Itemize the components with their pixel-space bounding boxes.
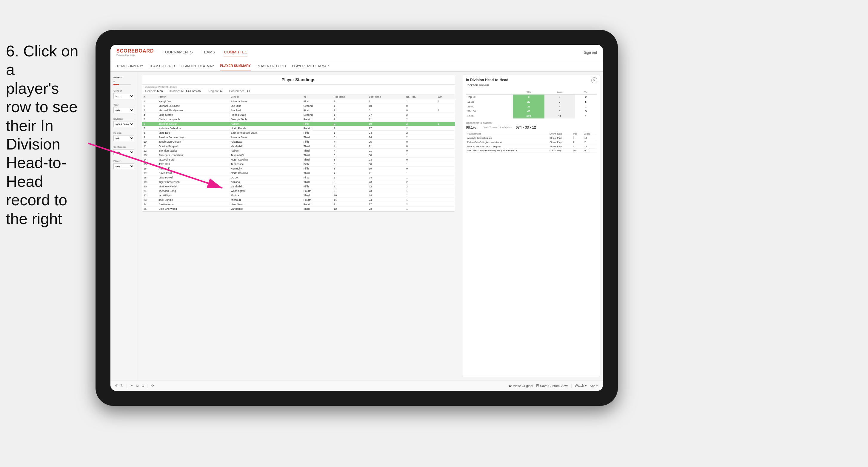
cell-reg: 1: [332, 113, 367, 117]
tablet-screen: SCOREBOARD Powered by clippi TOURNAMENTS…: [111, 45, 603, 391]
slider-track[interactable]: [114, 84, 131, 85]
table-row[interactable]: 15 Jake Hall Tennessee Fifth 3 30 1: [142, 162, 455, 166]
cell-conf: 27: [367, 126, 405, 131]
close-button[interactable]: ×: [591, 77, 597, 83]
h2h-win: 578: [513, 114, 544, 119]
cell-yr: Fourth: [302, 189, 333, 193]
watch-button[interactable]: Watch ▾: [575, 384, 587, 387]
table-row[interactable]: 5 Christo Lamprecht Georgia Tech Fourth …: [142, 117, 455, 122]
cell-rds: 2: [405, 117, 436, 122]
table-row[interactable]: 25 Cole Sherwood Vanderbilt Third 12 23 …: [142, 207, 455, 211]
cell-win: [436, 198, 455, 202]
table-row[interactable]: 21 Taehoon Song Washington Fourth 9 23 1: [142, 189, 455, 193]
table-row[interactable]: 19 Tiger Christensen Arizona Third 8 23 …: [142, 180, 455, 184]
save-custom-button[interactable]: Save Custom View: [536, 384, 568, 387]
h2h-tie: 2: [575, 95, 597, 100]
table-row[interactable]: 24 Bastien Amat New Mexico Fourth 1 27 2: [142, 202, 455, 207]
nav-tournaments[interactable]: TOURNAMENTS: [163, 48, 193, 56]
cell-yr: Fourth: [302, 117, 333, 122]
cell-player: Matthew Riedel: [157, 184, 229, 189]
cell-player: Cole Sherwood: [157, 207, 229, 211]
tab-team-h2h-grid[interactable]: TEAM H2H GRID: [149, 62, 175, 70]
region-select[interactable]: N/A: [114, 135, 134, 141]
cell-conf: 1: [367, 99, 405, 104]
tab-team-summary[interactable]: TEAM SUMMARY: [116, 62, 143, 70]
no-rds-label: No Rds.: [114, 76, 134, 79]
filter-region: Region: All: [208, 90, 223, 93]
region-label: Region: [114, 132, 134, 134]
cell-yr: Third: [302, 153, 333, 158]
table-row[interactable]: 8 Mats Ege East Tennessee State Fifth 1 …: [142, 131, 455, 135]
cell-rds: 0: [405, 139, 436, 144]
table-row[interactable]: 20 Matthew Riedel Vanderbilt Fifth 8 23 …: [142, 184, 455, 189]
tab-player-summary[interactable]: PLAYER SUMMARY: [220, 61, 251, 70]
table-row[interactable]: 11 Gordon Sargent Vanderbilt Third 4 21 …: [142, 144, 455, 149]
tablet-frame: SCOREBOARD Powered by clippi TOURNAMENTS…: [95, 30, 618, 406]
conference-select[interactable]: (All): [114, 149, 134, 155]
sub-navigation: TEAM SUMMARY TEAM H2H GRID TEAM H2H HEAT…: [111, 60, 603, 72]
table-row[interactable]: 2 Michael La Sasse Ole Miss Second 1 10 …: [142, 104, 455, 108]
table-row[interactable]: 22 Ian Gilligan Florida Third 10 24 1: [142, 193, 455, 198]
cell-conf: 23: [367, 207, 405, 211]
table-row[interactable]: 23 Jack Lundin Missouri Fourth 11 24 1: [142, 198, 455, 202]
cell-player: Wenyi Ding: [157, 99, 229, 104]
instruction-text: 6. Click on a player's row to see their …: [0, 36, 93, 234]
tournament-row: Mirabel Maui Jim Intercollegiate Stroke …: [466, 145, 597, 149]
tab-player-h2h-grid[interactable]: PLAYER H2H GRID: [257, 62, 286, 70]
pct-value: 98.1%: [466, 125, 476, 129]
h2h-loss: 3: [545, 95, 575, 100]
tournament-score: -17: [582, 145, 597, 149]
table-row[interactable]: 6 Jackson Koivun Auburn First 2 19 2 1: [142, 122, 455, 126]
cell-rds: 2: [405, 202, 436, 207]
table-row[interactable]: 4 Luke Claton Florida State Second 1 27 …: [142, 113, 455, 117]
gender-select[interactable]: Men: [114, 93, 134, 99]
sidebar-year: Year (All): [114, 103, 134, 113]
cell-conf: 24: [367, 131, 405, 135]
share-button[interactable]: Share: [590, 384, 598, 387]
paste-button[interactable]: ⊡: [142, 384, 144, 387]
copy-button[interactable]: ⧉: [136, 384, 138, 387]
cell-reg: 4: [332, 139, 367, 144]
table-row[interactable]: 12 Brendan Valdes Auburn Third 4 21 0: [142, 149, 455, 153]
sign-out-button[interactable]: Sign out: [584, 51, 597, 55]
table-row[interactable]: 3 Michael Thorbjornsen Stanford First 1 …: [142, 108, 455, 113]
player-select[interactable]: (All): [114, 163, 134, 169]
scissor-button[interactable]: ✂: [130, 384, 133, 387]
table-row[interactable]: 17 David Ford North Carolina Third 7 21 …: [142, 171, 455, 176]
refresh-button[interactable]: ⟳: [151, 384, 154, 387]
cell-win: [436, 144, 455, 149]
redo-button[interactable]: ↻: [121, 384, 123, 387]
table-row[interactable]: 7 Nicholas Gabrelcik North Florida Fourt…: [142, 126, 455, 131]
cell-conf: 24: [367, 135, 405, 139]
tab-player-h2h-heatmap[interactable]: PLAYER H2H HEATMAP: [292, 62, 329, 70]
cell-num: 17: [142, 171, 157, 176]
nav-committee[interactable]: COMMITTEE: [224, 48, 247, 56]
tab-team-h2h-heatmap[interactable]: TEAM H2H HEATMAP: [181, 62, 214, 70]
cell-win: [436, 158, 455, 162]
cell-conf: 24: [367, 198, 405, 202]
cell-reg: 1: [332, 108, 367, 113]
year-select[interactable]: (All): [114, 107, 134, 113]
col-school: School: [229, 95, 302, 99]
undo-button[interactable]: ↺: [115, 384, 118, 387]
nav-teams[interactable]: TEAMS: [202, 48, 215, 56]
division-select[interactable]: NCAA Division I: [114, 121, 134, 127]
view-original-button[interactable]: View: Original: [508, 384, 533, 387]
h2h-table: Win Loss Tie Top 10 8 3 2 11-25 20 9 5 2…: [466, 90, 597, 119]
table-row[interactable]: 18 Luke Powell UCLA First 6 24 1: [142, 176, 455, 180]
table-row[interactable]: 16 Alex Goff Kentucky Fifth 8 19 0: [142, 166, 455, 171]
cell-yr: Fourth: [302, 198, 333, 202]
cell-reg: 2: [332, 122, 367, 126]
division-label: Division: [114, 118, 134, 120]
cell-rds: 1: [405, 193, 436, 198]
table-row[interactable]: 10 Jacob Mou Olesen Arkansas Fifth 4 25 …: [142, 139, 455, 144]
cell-rds: 2: [405, 135, 436, 139]
cell-player: Jake Hall: [157, 162, 229, 166]
cell-school: Arizona State: [229, 99, 302, 104]
table-row[interactable]: 1 Wenyi Ding Arizona State First 1 1 1 1: [142, 99, 455, 104]
table-row[interactable]: 13 Phachara Khonchan Texas A&M Third 6 3…: [142, 153, 455, 158]
cell-school: North Carolina: [229, 158, 302, 162]
table-row[interactable]: 9 Preston Summerhays Arizona State Third…: [142, 135, 455, 139]
cell-conf: 23: [367, 180, 405, 184]
table-row[interactable]: 14 Maxwell Ford North Carolina Third 5 2…: [142, 158, 455, 162]
